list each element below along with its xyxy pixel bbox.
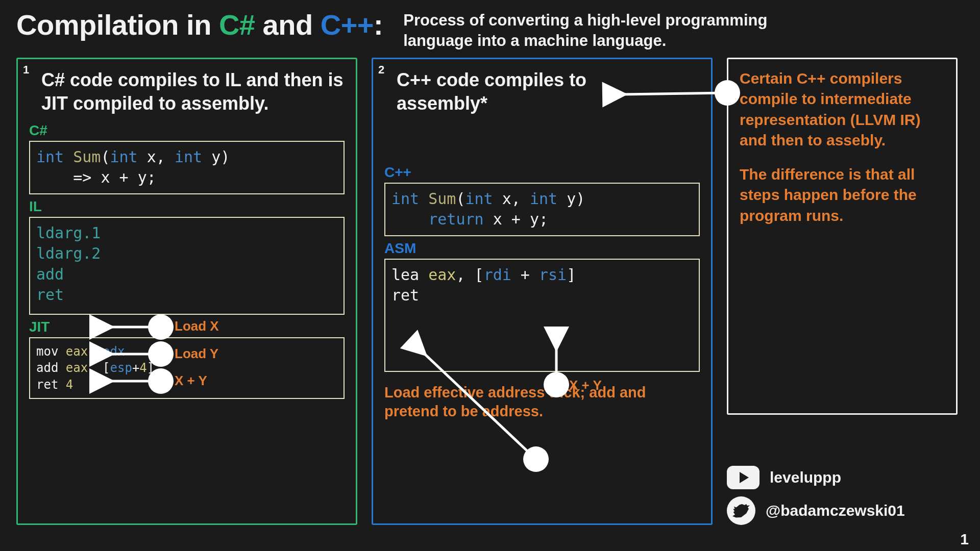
title-prefix: Compilation in (16, 9, 219, 41)
youtube-icon (727, 466, 760, 489)
youtube-row: leveluppp (727, 466, 958, 489)
page-title: Compilation in C# and C++: (16, 8, 383, 41)
csharp-panel-heading: C# code compiles to IL and then is JIT c… (29, 68, 345, 115)
il-code-label: IL (29, 198, 345, 215)
il-annot-load-y: Load Y (175, 346, 218, 362)
cpp-code-label: C++ (384, 164, 700, 181)
title-csharp: C# (219, 9, 255, 41)
csharp-code-box: int Sum(int x, int y) => x + y; (29, 141, 345, 194)
youtube-handle: leveluppp (770, 469, 841, 486)
twitter-row: @badamczewski01 (727, 496, 958, 525)
csharp-panel: 1 C# code compiles to IL and then is JIT… (16, 58, 357, 525)
cpp-lea-note: Load effective address trick; add and pr… (384, 383, 700, 421)
asm-code-label: ASM (384, 240, 700, 257)
asm-annot-xy: X + Y (569, 378, 602, 393)
page-number: 1 (960, 531, 969, 548)
side-panel-p1: Certain C++ compilers compile to interme… (740, 68, 945, 151)
page-subtitle: Process of converting a high-level progr… (403, 10, 801, 52)
il-annot-xy: X + Y (175, 373, 207, 389)
socials: leveluppp @badamczewski01 (727, 459, 958, 525)
asm-code-box: lea eax, [rdi + rsi] ret (384, 259, 700, 372)
csharp-panel-number: 1 (23, 63, 29, 77)
side-panel: Certain C++ compilers compile to interme… (727, 58, 958, 415)
title-cpp: C++ (321, 9, 374, 41)
cpp-code-box: int Sum(int x, int y) return x + y; (384, 183, 700, 236)
cpp-panel-number: 2 (378, 63, 384, 77)
cpp-panel-heading: C++ code compiles to assembly* (384, 68, 700, 115)
twitter-icon (727, 496, 755, 525)
cpp-panel: 2 C++ code compiles to assembly* C++ int… (372, 58, 713, 525)
twitter-handle: @badamczewski01 (766, 502, 905, 519)
il-code-box: ldarg.1ldarg.2addret (29, 217, 345, 315)
title-suffix: : (374, 9, 383, 41)
side-panel-p2: The difference is that all steps happen … (740, 164, 945, 227)
il-annot-load-x: Load X (175, 318, 219, 334)
title-mid: and (255, 9, 321, 41)
csharp-code-label: C# (29, 122, 345, 139)
